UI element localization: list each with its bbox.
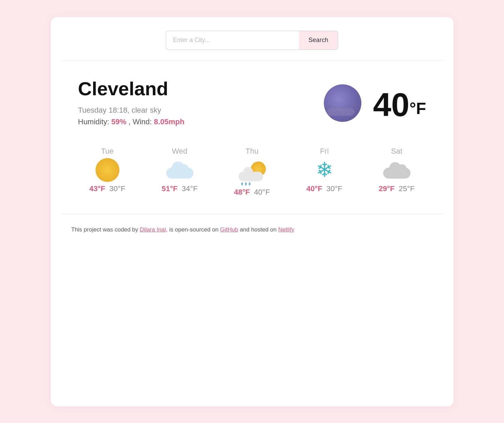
footer-netlify-link[interactable]: Netlify	[278, 226, 294, 233]
wind-label-text: Wind:	[133, 117, 152, 126]
cloud-body	[166, 168, 193, 179]
forecast-temps-wed: 51°F 34°F	[162, 184, 198, 193]
search-button[interactable]: Search	[299, 31, 338, 50]
footer: This project was coded by Dilara Inal, i…	[51, 214, 453, 245]
temperature-value: 40	[373, 86, 409, 123]
forecast-temps-tue: 43°F 30°F	[89, 184, 125, 193]
search-section: Search	[51, 17, 453, 60]
temp-high-wed: 51°F	[162, 184, 178, 193]
forecast-label-sat: Sat	[391, 147, 402, 156]
footer-text-middle: is open-sourced on	[169, 226, 220, 233]
temp-low-sat: 25°F	[399, 184, 415, 193]
forecast-label-fri: Fri	[320, 147, 329, 156]
main-temperature-display: 40°F	[373, 88, 426, 121]
weather-humidity-wind: Humidity: 59% , Wind: 8.05mph	[78, 117, 185, 126]
gray-cloud-body	[383, 168, 411, 179]
forecast-day-fri: Fri ❄ 40°F 30°F	[301, 147, 348, 193]
humidity-label: Humidity:	[78, 117, 110, 126]
sun-icon	[96, 158, 119, 182]
forecast-icon-sat	[383, 160, 411, 180]
temp-high-thu: 48°F	[234, 188, 250, 197]
forecast-temps-thu: 48°F 40°F	[234, 188, 270, 197]
temp-high-sat: 29°F	[379, 184, 395, 193]
forecast-icon-fri: ❄	[311, 160, 338, 180]
temp-low-fri: 30°F	[327, 184, 343, 193]
temperature-unit: °F	[409, 99, 426, 117]
humidity-value: 59%	[111, 117, 126, 126]
forecast-day-wed: Wed 51°F 34°F	[156, 147, 204, 193]
cloud-icon	[166, 161, 193, 179]
temp-high-fri: 40°F	[306, 184, 322, 193]
snowflake-icon: ❄	[316, 160, 333, 180]
moon-cloud-overlay	[327, 108, 355, 116]
forecast-icon-thu	[239, 160, 266, 184]
forecast-temps-fri: 40°F 30°F	[306, 184, 342, 193]
weather-date-time: Tuesday 18:18, clear sky	[78, 106, 185, 115]
temp-low-tue: 30°F	[110, 184, 126, 193]
weather-main-section: Cleveland Tuesday 18:18, clear sky Humid…	[51, 60, 453, 137]
footer-text-before: This project was coded by	[71, 226, 140, 233]
forecast-day-tue: Tue 43°F 30°F	[84, 147, 131, 193]
city-search-input[interactable]	[166, 31, 299, 50]
forecast-day-sat: Sat 29°F 25°F	[373, 147, 421, 193]
weather-main-icon	[324, 84, 365, 125]
rain-drop-1	[241, 182, 243, 185]
forecast-temps-sat: 29°F 25°F	[379, 184, 415, 193]
rain-drops	[241, 182, 250, 185]
weather-info-left: Cleveland Tuesday 18:18, clear sky Humid…	[78, 77, 185, 126]
temp-low-wed: 34°F	[182, 184, 198, 193]
footer-github-link[interactable]: GitHub	[220, 226, 238, 233]
forecast-icon-tue	[94, 160, 121, 180]
rain-drop-2	[245, 182, 247, 185]
forecast-icon-wed	[166, 160, 193, 180]
wind-value: 8.05mph	[154, 117, 184, 126]
forecast-label-tue: Tue	[101, 147, 114, 156]
partly-cloudy-rain-icon	[239, 161, 266, 182]
app-container: Search Cleveland Tuesday 18:18, clear sk…	[51, 17, 453, 406]
weather-info-right: 40°F	[324, 84, 426, 125]
forecast-label-thu: Thu	[246, 147, 259, 156]
rain-drop-3	[249, 182, 250, 185]
footer-text-end: and hosted on	[240, 226, 278, 233]
pc-cloud	[239, 172, 263, 181]
temp-high-tue: 43°F	[89, 184, 105, 193]
city-name: Cleveland	[78, 77, 185, 100]
gray-cloud-icon	[383, 161, 411, 179]
footer-author-link[interactable]: Dilara Inal,	[140, 226, 168, 233]
temp-low-thu: 40°F	[254, 188, 270, 197]
forecast-section: Tue 43°F 30°F Wed 51°F 34°F Th	[51, 137, 453, 214]
forecast-day-thu: Thu 48°F 40°F	[228, 147, 276, 197]
wind-label: ,	[128, 117, 132, 126]
forecast-label-wed: Wed	[172, 147, 187, 156]
moon-icon	[324, 84, 361, 122]
